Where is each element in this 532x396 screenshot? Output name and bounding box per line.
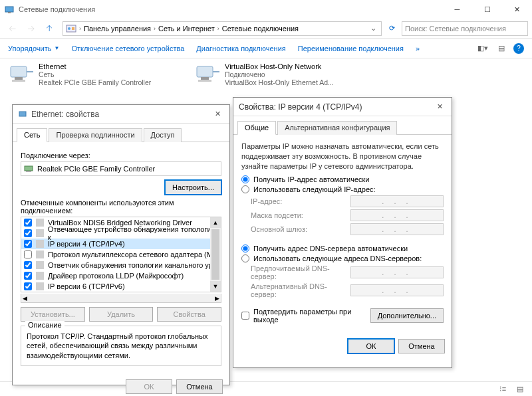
radio-input[interactable] (241, 254, 249, 262)
component-item[interactable]: Протокол мультиплексора сетевого адаптер… (21, 249, 221, 260)
component-checkbox[interactable] (24, 250, 32, 258)
dialog-title: Свойства: IP версии 4 (TCP/IPv4) (239, 102, 433, 112)
forward-button[interactable]: 🡢 (23, 21, 39, 37)
description-text: Протокол TCP/IP. Стандартный протокол гл… (27, 332, 215, 360)
svg-rect-5 (11, 66, 27, 77)
component-checkbox[interactable] (24, 240, 32, 248)
connection-vbox[interactable]: VirtualBox Host-Only Network Подключено … (194, 62, 367, 86)
component-item[interactable]: IP версии 6 (TCP/IPv6) (21, 281, 221, 292)
component-checkbox[interactable] (24, 272, 32, 280)
more-commands[interactable]: » (416, 45, 420, 52)
view-details-button[interactable]: ▤ (495, 42, 508, 55)
properties-button[interactable]: Свойства (157, 307, 221, 322)
breadcrumb-part[interactable]: Сеть и Интернет (158, 25, 215, 33)
component-label: IP версии 6 (TCP/IPv6) (48, 282, 125, 290)
component-item[interactable]: Отвечающее устройство обнаружения тополо… (21, 228, 221, 239)
confirm-checkbox[interactable] (241, 312, 249, 320)
ok-button[interactable]: ОК (126, 379, 172, 394)
confirm-checkbox-row[interactable]: Подтвердить параметры при выходе (241, 308, 365, 324)
component-item[interactable]: Ответчик обнаружения топологии канальног… (21, 260, 221, 270)
scrollbar[interactable]: ▲ ▼ (210, 217, 221, 292)
configure-button[interactable]: Настроить... (165, 180, 221, 195)
adapter-combo[interactable]: Realtek PCIe GBE Family Controller (21, 161, 221, 176)
close-button[interactable]: ✕ (502, 0, 532, 19)
tab-general[interactable]: Общие (237, 121, 276, 135)
radio-dns-manual[interactable]: Использовать следующие адреса DNS-сервер… (241, 254, 444, 262)
connection-status: Сеть (39, 70, 151, 78)
radio-ip-auto[interactable]: Получить IP-адрес автоматически (241, 175, 444, 183)
cancel-button[interactable]: Отмена (398, 339, 445, 353)
component-label: Ответчик обнаружения топологии канальног… (48, 261, 217, 269)
nav-bar: 🡠 🡢 🡡 › Панель управления › Сеть и Интер… (0, 19, 532, 39)
up-button[interactable]: 🡡 (41, 21, 57, 37)
radio-input[interactable] (241, 175, 249, 183)
mask-input: . . . (350, 209, 444, 221)
svg-rect-11 (198, 80, 211, 82)
svg-rect-4 (72, 27, 74, 30)
component-checkbox[interactable] (24, 229, 32, 237)
install-button[interactable]: Установить... (21, 307, 85, 322)
view-mode-icon[interactable]: ⁝≡ (496, 383, 509, 396)
breadcrumb-part[interactable]: Панель управления (84, 25, 151, 33)
window-title-bar: Сетевые подключения ─ ☐ ✕ (0, 0, 532, 19)
tab-alternate[interactable]: Альтернативная конфигурация (277, 121, 397, 135)
confirm-label: Подтвердить параметры при выходе (253, 308, 365, 324)
connect-via-label: Подключение через: (21, 151, 221, 159)
component-icon (36, 272, 44, 280)
back-button[interactable]: 🡠 (4, 21, 20, 37)
disable-device[interactable]: Отключение сетевого устройства (71, 45, 184, 52)
svg-rect-6 (15, 77, 23, 80)
remove-button[interactable]: Удалить (89, 307, 154, 322)
scroll-thumb[interactable] (211, 229, 219, 280)
component-item[interactable]: Драйвер протокола LLDP (Майкрософт) (21, 270, 221, 281)
tab-auth[interactable]: Проверка подлинности (49, 128, 142, 142)
dns1-label: Предпочитаемый DNS-сервер: (251, 264, 345, 280)
close-icon[interactable]: ✕ (211, 110, 224, 118)
organize-menu[interactable]: Упорядочить ▼ (8, 45, 59, 52)
radio-ip-manual[interactable]: Использовать следующий IP-адрес: (241, 185, 444, 193)
search-input[interactable]: Поиск: Сетевые подключения (402, 21, 528, 36)
breadcrumb-part[interactable]: Сетевые подключения (222, 25, 299, 33)
view-mode-icon[interactable]: ▤ (513, 383, 527, 396)
advanced-button[interactable]: Дополнительно... (370, 308, 444, 323)
scroll-down-icon[interactable]: ▼ (210, 281, 221, 292)
info-text: Параметры IP можно назначать автоматичес… (241, 142, 444, 171)
search-placeholder: Поиск: Сетевые подключения (405, 25, 506, 33)
maximize-button[interactable]: ☐ (472, 0, 502, 19)
gateway-label: Основной шлюз: (251, 225, 345, 233)
tab-access[interactable]: Доступ (144, 128, 182, 142)
breadcrumb-dropdown[interactable]: ⌄ (368, 24, 378, 33)
component-checkbox[interactable] (24, 282, 32, 290)
scroll-up-icon[interactable]: ▲ (210, 217, 221, 228)
ethernet-properties-dialog: Ethernet: свойства ✕ Сеть Проверка подли… (12, 104, 230, 385)
tab-network[interactable]: Сеть (17, 128, 47, 142)
minimize-button[interactable]: ─ (442, 0, 472, 19)
hscroll-left-icon[interactable]: ◀ (23, 295, 27, 302)
component-label: IP версии 4 (TCP/IPv4) (48, 240, 125, 248)
connections-list: Ethernet Сеть Realtek PCIe GBE Family Co… (0, 58, 532, 90)
view-icons-button[interactable]: ◧▾ (476, 42, 489, 55)
cancel-button[interactable]: Отмена (176, 379, 223, 394)
command-bar: Упорядочить ▼ Отключение сетевого устрой… (0, 39, 532, 58)
hscroll-right-icon[interactable]: ▶ (215, 295, 219, 302)
component-checkbox[interactable] (24, 261, 32, 269)
connection-ethernet[interactable]: Ethernet Сеть Realtek PCIe GBE Family Co… (8, 62, 181, 86)
connection-device: VirtualBox Host-Only Ethernet Ad... (225, 78, 334, 86)
radio-input[interactable] (241, 245, 249, 252)
dns1-input: . . . (350, 266, 444, 278)
component-checkbox[interactable] (24, 219, 32, 227)
help-button[interactable]: ? (513, 43, 524, 54)
component-label: Протокол мультиплексора сетевого адаптер… (48, 250, 217, 258)
component-icon (36, 282, 44, 290)
svg-rect-13 (19, 112, 26, 116)
diagnose-connection[interactable]: Диагностика подключения (196, 45, 285, 52)
breadcrumb[interactable]: › Панель управления › Сеть и Интернет › … (63, 21, 382, 36)
dialog-icon (18, 110, 27, 119)
radio-dns-auto[interactable]: Получить адрес DNS-сервера автоматически (241, 245, 444, 252)
refresh-button[interactable]: ⟳ (384, 21, 399, 36)
close-icon[interactable]: ✕ (433, 102, 446, 111)
rename-connection[interactable]: Переименование подключения (298, 45, 404, 52)
component-label: Драйвер протокола LLDP (Майкрософт) (48, 272, 184, 280)
radio-input[interactable] (241, 185, 249, 193)
ok-button[interactable]: ОК (348, 339, 394, 353)
